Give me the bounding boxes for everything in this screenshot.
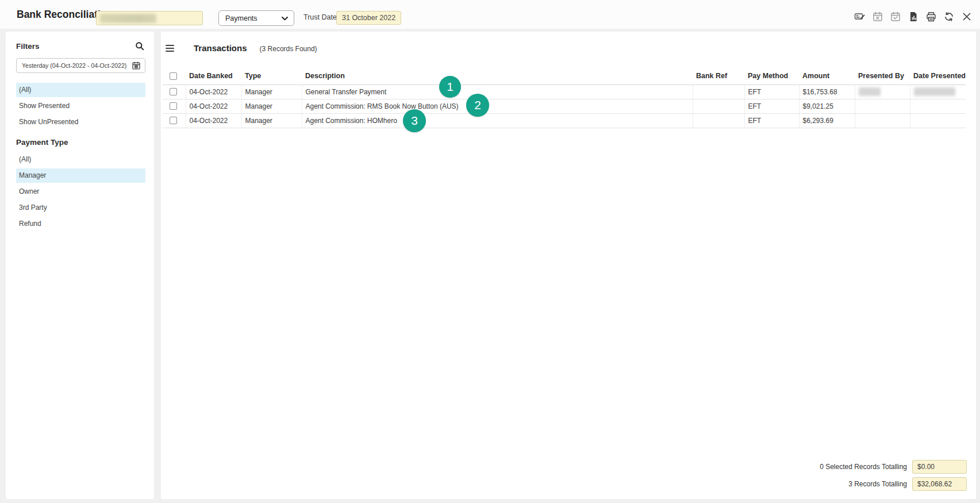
transactions-panel: Transactions (3 Records Found) Date Bank…: [161, 32, 976, 499]
table-row[interactable]: 04-Oct-2022 Manager Agent Commission: HO…: [163, 113, 966, 128]
payment-type-list: (All) Manager Owner 3rd Party Refund: [16, 152, 145, 231]
print-icon[interactable]: [925, 11, 937, 22]
cell-type: Manager: [241, 113, 302, 128]
cell-date-presented: [910, 99, 966, 113]
cell-presented-by: [855, 99, 910, 113]
cell-pay-method: EFT: [744, 85, 799, 99]
totals-summary: 0 Selected Records Totalling $0.00 3 Rec…: [820, 460, 967, 491]
row-checkbox[interactable]: [170, 88, 177, 95]
cell-bank-ref: [693, 113, 744, 128]
col-date-presented[interactable]: Date Presented: [910, 68, 966, 85]
cell-amount: $9,021.25: [799, 99, 855, 113]
col-pay-method[interactable]: Pay Method: [744, 68, 799, 85]
cell-description: Agent Commission: HOMhero: [302, 113, 693, 128]
payment-type-owner[interactable]: Owner: [16, 185, 145, 199]
cell-date-presented: [910, 85, 966, 99]
cell-type: Manager: [241, 99, 302, 113]
payment-type-title: Payment Type: [16, 138, 145, 147]
col-description[interactable]: Description: [302, 68, 693, 85]
cell-pay-method: EFT: [744, 113, 799, 128]
chevron-down-icon: [282, 17, 288, 21]
records-total-label: 3 Records Totalling: [848, 480, 907, 488]
table-row[interactable]: 04-Oct-2022 Manager General Transfer Pay…: [163, 85, 966, 99]
presented-filter-list: (All) Show Presented Show UnPresented: [16, 83, 145, 129]
filters-sidebar: Filters Yesterday (04-Oct-2022 - 04-Oct-…: [6, 32, 154, 499]
payment-type-all[interactable]: (All): [16, 152, 145, 167]
records-found-count: (3 Records Found): [260, 44, 317, 53]
view-select-value: Payments: [219, 14, 258, 22]
header-toolbar: [854, 11, 973, 22]
annotation-circle-3: 3: [403, 109, 426, 132]
cell-date-presented: [910, 113, 966, 128]
cell-amount: $6,293.69: [799, 113, 855, 128]
transactions-table: Date Banked Type Description Bank Ref Pa…: [163, 68, 966, 128]
edit-cheque-icon[interactable]: [854, 11, 866, 22]
cell-type: Manager: [241, 85, 302, 99]
calendar-cancel-icon[interactable]: [872, 11, 883, 22]
menu-icon[interactable]: [166, 45, 174, 52]
report-icon[interactable]: [908, 11, 919, 22]
cell-bank-ref: [693, 99, 744, 113]
account-field[interactable]: [96, 11, 203, 25]
cell-date-banked: 04-Oct-2022: [186, 99, 241, 113]
close-icon[interactable]: [961, 11, 973, 22]
redacted-account-value: [100, 14, 156, 23]
col-type[interactable]: Type: [241, 68, 302, 85]
payment-type-3rd-party[interactable]: 3rd Party: [16, 201, 145, 215]
app-header: Bank Reconciliation Payments Trust Date …: [0, 0, 980, 29]
cell-pay-method: EFT: [744, 99, 799, 113]
table-header-row: Date Banked Type Description Bank Ref Pa…: [163, 68, 966, 85]
redacted-date-presented: [914, 87, 955, 96]
search-icon[interactable]: [135, 41, 144, 51]
annotation-circle-2: 2: [466, 94, 489, 117]
annotation-circle-1: 1: [439, 76, 461, 98]
col-amount[interactable]: Amount: [799, 68, 855, 85]
redacted-presented-by: [859, 87, 881, 96]
table-row[interactable]: 04-Oct-2022 Manager Agent Commission: RM…: [163, 99, 966, 113]
cell-presented-by: [855, 85, 910, 99]
payment-type-manager[interactable]: Manager: [16, 168, 145, 183]
col-date-banked[interactable]: Date Banked: [186, 68, 241, 85]
transactions-title: Transactions: [194, 43, 247, 53]
selected-total-label: 0 Selected Records Totalling: [820, 463, 907, 471]
row-checkbox[interactable]: [170, 117, 177, 124]
select-all-checkbox[interactable]: [170, 72, 177, 80]
col-presented-by[interactable]: Presented By: [855, 68, 910, 85]
date-range-value: Yesterday (04-Oct-2022 - 04-Oct-2022): [22, 62, 132, 69]
cell-presented-by: [855, 113, 910, 128]
cell-amount: $16,753.68: [799, 85, 855, 99]
calendar-confirm-icon[interactable]: [890, 11, 901, 22]
bank-reconciliation-page: Bank Reconciliation Payments Trust Date …: [0, 0, 980, 503]
date-range-filter[interactable]: Yesterday (04-Oct-2022 - 04-Oct-2022): [16, 58, 145, 73]
cell-description: General Transfer Payment: [302, 85, 693, 99]
cell-date-banked: 04-Oct-2022: [186, 113, 241, 128]
trust-date-field[interactable]: 31 October 2022: [336, 11, 401, 25]
filters-title: Filters: [16, 42, 40, 51]
selected-total-value: $0.00: [912, 460, 967, 474]
filter-item-show-unpresented[interactable]: Show UnPresented: [16, 115, 145, 129]
row-checkbox[interactable]: [170, 102, 177, 110]
refresh-icon[interactable]: [943, 11, 955, 22]
payment-type-refund[interactable]: Refund: [16, 217, 145, 231]
filter-item-show-presented[interactable]: Show Presented: [16, 99, 145, 113]
cell-description: Agent Commission: RMS Book Now Button (A…: [302, 99, 693, 113]
cell-date-banked: 04-Oct-2022: [186, 85, 241, 99]
filter-item-all[interactable]: (All): [16, 83, 145, 97]
cell-bank-ref: [693, 85, 744, 99]
col-bank-ref[interactable]: Bank Ref: [693, 68, 744, 85]
calendar-icon: [132, 62, 140, 70]
view-select[interactable]: Payments: [218, 10, 294, 26]
records-total-value: $32,068.62: [912, 477, 967, 491]
trust-date-label: Trust Date: [303, 13, 337, 21]
